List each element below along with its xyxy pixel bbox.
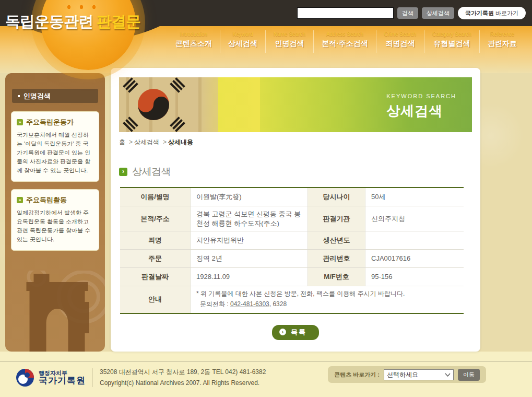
sidebar-box-title: 주요독립활동 (26, 195, 67, 205)
row-value (365, 231, 464, 249)
nav-item-category-search[interactable]: Category Search유형별검색 (424, 30, 480, 53)
row-value: 징역 2년 (191, 250, 308, 267)
row-label: 죄명 (120, 231, 191, 249)
nav-en-label: Crime Search (384, 31, 416, 37)
row-value: 1928.11.09 (191, 268, 308, 286)
row-value: 95-156 (365, 268, 464, 286)
archives-shortcut-rest: 바로가기 (494, 10, 518, 16)
sidebar-title-name-search[interactable]: 인명검색 (12, 89, 98, 103)
search-input[interactable] (297, 7, 394, 19)
notice-line2: 문의전화 : 042-481-6303, 6328 (196, 299, 458, 310)
page: 독립운동관련 판결문 검색 상세검색 국가기록원 바로가기 Introducti… (0, 0, 532, 397)
row-label: 생산년도 (308, 231, 365, 249)
quicklink-selected-value: 선택하세요 (387, 370, 418, 379)
table-row: 주문 징역 2년 관리번호 CJA0017616 (120, 250, 464, 268)
org-name-large: 국가기록원 (39, 376, 86, 386)
go-button[interactable]: 이동 (458, 369, 480, 381)
nav-item-crime-search[interactable]: Crime Search죄명검색 (376, 30, 424, 53)
nav-ko-label: 상세검색 (228, 39, 257, 49)
table-row: 죄명 치안유지법위반 생산년도 (120, 231, 464, 250)
list-button-label: 목록 (291, 328, 306, 337)
footer-left: 행정자치부 국가기록원 35208 대전광역시 서구 청사로 189, 2동 T… (16, 367, 266, 389)
row-label: 판결기관 (308, 206, 365, 231)
table-row: 이름/별명 이원발(李元發) 당시나이 50세 (120, 188, 464, 206)
logo-accent-text: 판결문 (97, 13, 140, 30)
breadcrumb-home[interactable]: 홈 (119, 138, 125, 146)
nav-item-keyword[interactable]: Keyword상세검색 (220, 30, 266, 53)
nav-item-address-search[interactable]: Address Search본적·주소검색 (314, 30, 376, 53)
nav-en-label: Address Search (322, 31, 368, 37)
nav-item-introduction[interactable]: Introduction콘텐츠소개 (168, 30, 220, 53)
notice-phone-suffix: , 6328 (269, 300, 287, 308)
nav-ko-label: 죄명검색 (384, 39, 416, 49)
site-logo[interactable]: 독립운동관련 판결문 (5, 11, 140, 32)
row-value: 이원발(李元發) (191, 188, 308, 206)
nav-en-label: Keyword (228, 31, 257, 37)
row-value: 경북 고령군 석보면 신평동 중국 봉천성 해룡현 하수도자(주소) (191, 206, 308, 231)
arrow-badge-icon: » (17, 197, 23, 203)
row-label: 관리번호 (308, 250, 365, 267)
archives-shortcut-strong: 국가기록원 (465, 10, 494, 16)
footer-org-name[interactable]: 행정자치부 국가기록원 (39, 370, 86, 386)
arrow-circle-icon: › (279, 329, 286, 335)
main-nav: Introduction콘텐츠소개 Keyword상세검색 Name Searc… (168, 30, 525, 53)
notice-text: * 위 기록물에 대한 사본 신청은 방문, 전화, 팩스를 이용해 주시기 바… (191, 286, 464, 313)
list-button[interactable]: › 목록 (272, 325, 319, 340)
nav-ko-label: 본적·주소검색 (322, 39, 368, 49)
notice-line1: * 위 기록물에 대한 사본 신청은 방문, 전화, 팩스를 이용해 주시기 바… (196, 289, 458, 299)
breadcrumb-separator: > (163, 138, 167, 146)
table-row: 판결날짜 1928.11.09 M/F번호 95-156 (120, 268, 464, 286)
footer-quicklink-box: 콘텐츠 바로가기 : 선택하세요 이동 (328, 366, 486, 383)
nav-ko-label: 유형별검색 (432, 39, 471, 49)
archives-shortcut-button[interactable]: 국가기록원 바로가기 (458, 7, 526, 19)
table-row: 본적/주소 경북 고령군 석보면 신평동 중국 봉천성 해룡현 하수도자(주소)… (120, 206, 464, 231)
logo-dots-decoration (66, 5, 103, 9)
footer: 행정자치부 국가기록원 35208 대전광역시 서구 청사로 189, 2동 T… (0, 352, 532, 397)
footer-address: 35208 대전광역시 서구 청사로 189, 2동 TEL 042) 481-… (100, 367, 266, 378)
notice-phone-label: 문의전화 : (200, 300, 230, 308)
detail-table: 이름/별명 이원발(李元發) 당시나이 50세 본적/주소 경북 고령군 석보면… (120, 187, 464, 314)
nav-en-label: Introduction (175, 31, 212, 37)
nav-item-reference[interactable]: Reference관련자료 (480, 30, 525, 53)
row-label: 당시나이 (308, 188, 365, 206)
breadcrumb-separator: > (129, 138, 133, 146)
sidebar-box-independence-activists[interactable]: » 주요독립운동가 국가보훈처에서 매월 선정하는 '이달의 독립운동가' 중 … (11, 111, 99, 182)
banner-eyebrow: KEYWORD SEARCH (386, 93, 456, 99)
row-value: CJA0017616 (365, 250, 464, 267)
sidebar: 인명검색 » 주요독립운동가 국가보훈처에서 매월 선정하는 '이달의 독립운동… (5, 73, 105, 352)
logo-main-text: 독립운동관련 (5, 13, 97, 30)
row-label: 안내 (120, 286, 191, 313)
search-button[interactable]: 검색 (397, 7, 418, 19)
sidebar-box-title: 주요독립운동가 (26, 118, 74, 127)
arrow-badge-icon: » (17, 119, 23, 125)
nav-item-name-search[interactable]: Name Search인명검색 (266, 30, 314, 53)
nav-en-label: Category Search (432, 31, 471, 37)
row-value: 50세 (365, 188, 464, 206)
footer-address-block: 35208 대전광역시 서구 청사로 189, 2동 TEL 042) 481-… (100, 367, 266, 389)
nav-ko-label: 관련자료 (488, 39, 517, 49)
banner-title: 상세검색 (386, 102, 456, 120)
sidebar-box-independence-activities[interactable]: » 주요독립활동 일제강점기하에서 발생한 주요독립운동 활동을 소개하고 관련… (11, 189, 99, 251)
nav-ko-label: 콘텐츠소개 (175, 39, 212, 49)
org-name-small: 행정자치부 (39, 370, 86, 376)
row-label: 이름/별명 (120, 188, 191, 206)
main-content: KEYWORD SEARCH 상세검색 홈>상세검색>상세내용 › 상세검색 이… (111, 68, 480, 352)
row-value: 신의주지청 (365, 206, 464, 231)
page-banner: KEYWORD SEARCH 상세검색 (119, 77, 472, 132)
nav-ko-label: 인명검색 (274, 39, 305, 49)
content-quicklink-select[interactable]: 선택하세요 (384, 369, 454, 380)
chevron-down-icon (445, 373, 451, 377)
table-row-notice: 안내 * 위 기록물에 대한 사본 신청은 방문, 전화, 팩스를 이용해 주시… (120, 286, 464, 313)
row-label: M/F번호 (308, 268, 365, 286)
footer-copyright: Copyright(c) National Archives 2007. All… (100, 378, 266, 389)
nav-en-label: Reference (488, 31, 517, 37)
breadcrumb-current: 상세내용 (168, 138, 193, 146)
phone-link[interactable]: 042-481-6303 (230, 300, 269, 308)
row-label: 본적/주소 (120, 206, 191, 231)
sidebar-box-description: 일제강점기하에서 발생한 주요독립운동 활동을 소개하고 관련 독립운동가를 찾… (17, 208, 93, 244)
bullet-icon (18, 95, 20, 97)
advanced-search-button[interactable]: 상세검색 (422, 7, 454, 19)
row-label: 주문 (120, 250, 191, 267)
sidebar-title-label: 인명검색 (23, 91, 51, 101)
breadcrumb-level1[interactable]: 상세검색 (134, 138, 159, 146)
